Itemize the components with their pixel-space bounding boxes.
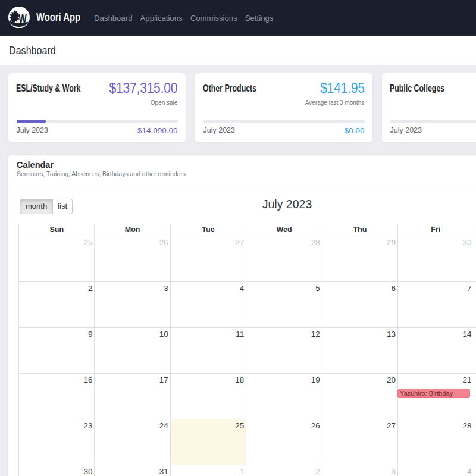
svg-text:W: W [18, 12, 27, 26]
